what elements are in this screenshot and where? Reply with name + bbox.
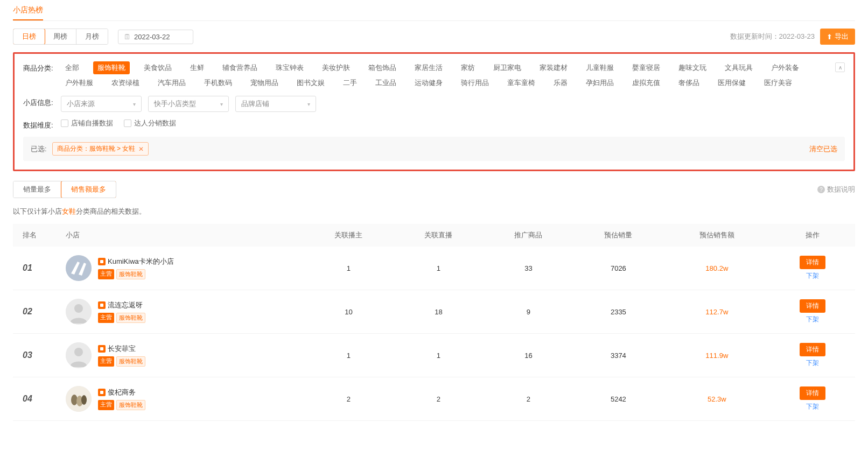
col-header: 排名: [13, 224, 56, 247]
shop-avatar[interactable]: [66, 299, 92, 325]
category-item[interactable]: 婴童寝居: [628, 61, 664, 74]
offshelf-link[interactable]: 下架: [806, 402, 819, 411]
shop-name[interactable]: 俊杞商务: [98, 388, 136, 397]
period-tab-2[interactable]: 月榜: [76, 29, 108, 44]
category-item[interactable]: 图书文娱: [292, 76, 329, 89]
detail-button[interactable]: 详情: [800, 256, 825, 269]
category-item[interactable]: 家纺: [457, 61, 479, 74]
sort-tab-1[interactable]: 销售额最多: [61, 181, 116, 198]
period-tab-1[interactable]: 周榜: [45, 29, 76, 44]
category-item[interactable]: 孕妇用品: [582, 76, 618, 89]
category-item[interactable]: 户外鞋服: [61, 76, 97, 89]
detail-button[interactable]: 详情: [800, 299, 825, 313]
col-header: 推广商品: [484, 224, 573, 247]
category-item[interactable]: 趣味文玩: [674, 61, 711, 74]
period-tab-group: 日榜周榜月榜: [13, 29, 108, 45]
category-item[interactable]: 手机数码: [200, 76, 236, 89]
col-header: 操作: [771, 224, 855, 247]
category-item[interactable]: 儿童鞋服: [582, 61, 618, 74]
header-tab[interactable]: 小店热榜: [13, 5, 43, 20]
checkbox-0[interactable]: 店铺自播数据: [61, 118, 113, 128]
category-item[interactable]: 箱包饰品: [364, 61, 401, 74]
shop-avatar[interactable]: [66, 342, 92, 368]
category-item[interactable]: 户外装备: [767, 61, 803, 74]
cell-anchor: 10: [304, 290, 394, 334]
detail-button[interactable]: 详情: [800, 343, 825, 356]
collapse-button[interactable]: ∧: [835, 62, 845, 72]
cell-live: 1: [394, 334, 484, 377]
category-item[interactable]: 家居生活: [410, 61, 447, 74]
rank-number: 03: [23, 350, 32, 360]
cell-volume: 3374: [573, 334, 663, 377]
upload-icon: ⬆: [827, 33, 832, 41]
category-item[interactable]: 乐器: [549, 76, 572, 89]
tag-main: 主营: [98, 269, 114, 279]
table-row: 03长安菲宝主营服饰鞋靴11163374111.9w详情下架: [13, 334, 855, 377]
sort-tab-group: 销量最多销售额最多: [13, 181, 116, 198]
select-0[interactable]: 小店来源▾: [61, 96, 142, 112]
chevron-down-icon: ▾: [307, 101, 310, 107]
category-item[interactable]: 奢侈品: [674, 76, 704, 89]
category-item[interactable]: 服饰鞋靴: [93, 61, 130, 74]
cell-anchor: 1: [304, 247, 394, 290]
table-row: 04俊杞商务主营服饰鞋靴222524252.3w详情下架: [13, 377, 855, 421]
category-item[interactable]: 全部: [61, 61, 83, 74]
category-item[interactable]: 汽车用品: [153, 76, 190, 89]
tag-main: 主营: [98, 313, 114, 323]
offshelf-link[interactable]: 下架: [806, 271, 819, 280]
shop-name[interactable]: KumiKiwa卡米的小店: [98, 257, 174, 266]
category-item[interactable]: 辅食营养品: [218, 61, 262, 74]
category-item[interactable]: 虚拟充值: [628, 76, 664, 89]
offshelf-link[interactable]: 下架: [806, 315, 819, 324]
remove-filter-icon[interactable]: ✕: [138, 145, 144, 153]
date-value: 2022-03-22: [134, 33, 170, 41]
period-tab-0[interactable]: 日榜: [13, 29, 45, 45]
select-1[interactable]: 快手小店类型▾: [148, 96, 229, 112]
chevron-down-icon: ▾: [133, 101, 136, 107]
live-icon: [98, 301, 106, 309]
cell-sales: 112.7w: [663, 290, 771, 334]
shop-avatar[interactable]: [66, 386, 92, 412]
category-list: 全部服饰鞋靴美食饮品生鲜辅食营养品珠宝钟表美妆护肤箱包饰品家居生活家纺厨卫家电家…: [61, 61, 845, 89]
category-item[interactable]: 童车童椅: [503, 76, 540, 89]
shop-avatar[interactable]: [66, 255, 92, 281]
category-item[interactable]: 工业品: [371, 76, 401, 89]
tag-main: 主营: [98, 356, 114, 367]
tag-category: 服饰鞋靴: [116, 269, 145, 279]
offshelf-link[interactable]: 下架: [806, 358, 819, 368]
category-item[interactable]: 家装建材: [535, 61, 572, 74]
shopinfo-label: 小店信息:: [23, 96, 61, 108]
category-item[interactable]: 美妆护肤: [318, 61, 354, 74]
category-item[interactable]: 骑行用品: [457, 76, 493, 89]
col-header: 预估销量: [573, 224, 663, 247]
category-item[interactable]: 厨卫家电: [489, 61, 526, 74]
svg-point-8: [81, 395, 87, 405]
cell-anchor: 1: [304, 334, 394, 377]
date-picker[interactable]: 🗓 2022-03-22: [118, 30, 193, 44]
table-row: 01KumiKiwa卡米的小店主营服饰鞋靴11337026180.2w详情下架: [13, 247, 855, 290]
col-header: 小店: [56, 224, 304, 247]
sort-tab-0[interactable]: 销量最多: [13, 181, 61, 198]
detail-button[interactable]: 详情: [800, 386, 825, 400]
checkbox-1[interactable]: 达人分销数据: [124, 118, 176, 128]
category-item[interactable]: 文具玩具: [720, 61, 757, 74]
category-item[interactable]: 珠宝钟表: [271, 61, 308, 74]
category-item[interactable]: 生鲜: [186, 61, 208, 74]
category-item[interactable]: 医用保健: [713, 76, 750, 89]
data-explain-link[interactable]: ? 数据说明: [817, 185, 855, 194]
category-item[interactable]: 美食饮品: [139, 61, 176, 74]
col-header: 关联直播: [394, 224, 484, 247]
cell-goods: 2: [484, 377, 573, 421]
category-item[interactable]: 农资绿植: [107, 76, 144, 89]
clear-filters-button[interactable]: 清空已选: [809, 144, 837, 154]
cell-volume: 2335: [573, 290, 663, 334]
select-2[interactable]: 品牌店铺▾: [235, 96, 316, 112]
export-button[interactable]: ⬆ 导出: [820, 29, 855, 45]
shop-name[interactable]: 长安菲宝: [98, 344, 136, 354]
shop-name[interactable]: 流连忘返呀: [98, 300, 143, 310]
category-item[interactable]: 运动健身: [410, 76, 447, 89]
category-item[interactable]: 宠物用品: [246, 76, 283, 89]
category-item[interactable]: 二手: [339, 76, 361, 89]
category-item[interactable]: 医疗美容: [760, 76, 796, 89]
category-label: 商品分类:: [23, 61, 61, 73]
